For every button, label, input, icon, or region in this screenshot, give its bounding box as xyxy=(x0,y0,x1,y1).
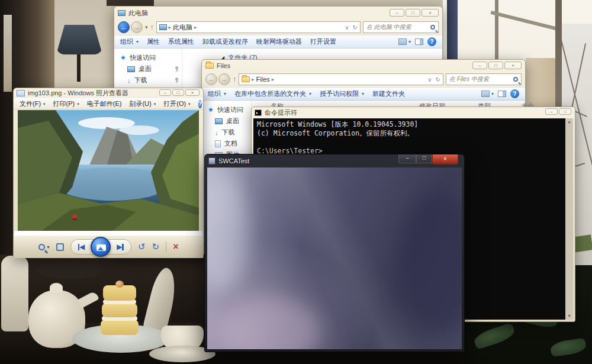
minimize-button[interactable]: – xyxy=(390,9,404,17)
caret-icon: ▾ xyxy=(77,102,79,107)
breadcrumb-arrow-icon: ▸ xyxy=(194,24,197,30)
zoom-icon[interactable] xyxy=(38,244,45,250)
swca-title: SWCATest xyxy=(218,157,249,165)
map-drive-button[interactable]: 映射网络驱动器 xyxy=(256,37,302,46)
back-button[interactable]: ← xyxy=(118,21,130,33)
preview-pane-icon[interactable] xyxy=(498,91,506,97)
breadcrumb-arrow-icon: ▸ xyxy=(169,24,172,30)
help-icon[interactable]: ? xyxy=(427,37,436,46)
up-button[interactable]: ↑ xyxy=(233,75,236,83)
files-titlebar[interactable]: Files – □ × xyxy=(202,60,525,72)
history-dropdown-icon[interactable]: ▾ xyxy=(145,24,148,30)
help-icon[interactable]: ? xyxy=(198,100,202,108)
photo-viewer-toolbar: ▾ ◀ ▶ ↺ ↻ × xyxy=(14,235,203,258)
close-button[interactable]: × xyxy=(422,9,439,17)
back-button[interactable]: ← xyxy=(205,73,217,85)
maximize-button[interactable]: □ xyxy=(406,9,420,17)
address-dropdown-icon[interactable]: ∨ xyxy=(427,76,432,83)
organize-menu[interactable]: 组织 xyxy=(208,89,221,98)
sidebar-label: 文档 xyxy=(224,139,237,148)
actual-size-icon[interactable] xyxy=(56,243,64,251)
view-mode-icon[interactable] xyxy=(481,91,490,97)
rotate-left-button[interactable]: ↺ xyxy=(138,241,146,252)
breadcrumb[interactable]: Files xyxy=(256,76,270,83)
cmd-icon xyxy=(255,109,262,116)
delete-button[interactable]: × xyxy=(173,241,178,252)
search-input[interactable]: 在 Files 中搜索 xyxy=(446,73,522,85)
system-properties-button[interactable]: 系统属性 xyxy=(168,37,194,46)
slideshow-button[interactable] xyxy=(91,237,111,257)
up-button[interactable]: ↑ xyxy=(150,23,154,31)
refresh-icon[interactable]: ↻ xyxy=(353,24,358,31)
minimize-button[interactable]: – xyxy=(159,89,171,96)
sidebar-label: 桌面 xyxy=(139,65,152,73)
maximize-button[interactable]: □ xyxy=(416,154,432,163)
new-folder-button[interactable]: 新建文件夹 xyxy=(372,89,405,98)
cmd-titlebar[interactable]: 命令提示符 – □ xyxy=(252,107,575,118)
address-bar[interactable]: ▸ Files ▸ ∨ ↻ xyxy=(239,73,443,85)
scroll-up-icon[interactable]: ▲ xyxy=(567,118,571,125)
zoom-caret-icon[interactable]: ▾ xyxy=(47,244,50,250)
minimize-button[interactable]: – xyxy=(398,154,416,163)
search-input[interactable]: 在 此电脑 中搜索 xyxy=(363,21,439,33)
sidebar-item-downloads[interactable]: ↓ 下载 xyxy=(114,75,182,86)
previous-button[interactable]: ◀ xyxy=(78,243,85,251)
documents-icon xyxy=(215,140,221,147)
maximize-button[interactable]: □ xyxy=(172,89,184,96)
menu-burn[interactable]: 刻录(U)▾ xyxy=(129,99,156,108)
teapot-lid xyxy=(50,283,63,292)
sidebar-item-desktop[interactable]: 桌面 xyxy=(114,63,182,75)
downloads-icon: ↓ xyxy=(127,77,131,84)
maximize-button[interactable]: □ xyxy=(488,62,503,69)
sidebar-item-quick-access[interactable]: ★ 快速访问 xyxy=(114,52,182,63)
quick-access-icon: ★ xyxy=(120,54,126,62)
desktop-icon xyxy=(127,66,135,72)
view-caret-icon[interactable]: ▾ xyxy=(491,91,494,96)
next-button[interactable]: ▶ xyxy=(117,243,124,251)
scrollbar[interactable]: ▲ ▼ xyxy=(565,118,573,320)
include-in-library-menu[interactable]: 在库中包含所选的文件夹 xyxy=(234,89,306,98)
background-left-light xyxy=(4,15,12,92)
sidebar-item-desktop[interactable]: 桌面 xyxy=(202,115,251,127)
minimize-button[interactable]: – xyxy=(472,62,487,69)
open-settings-button[interactable]: 打开设置 xyxy=(310,37,336,46)
breadcrumb[interactable]: 此电脑 xyxy=(173,23,192,32)
help-icon[interactable]: ? xyxy=(510,89,519,98)
close-button[interactable]: × xyxy=(185,89,200,96)
refresh-icon[interactable]: ↻ xyxy=(436,76,440,83)
menu-print[interactable]: 打印(P)▾ xyxy=(53,99,79,108)
view-mode-icon[interactable] xyxy=(398,38,407,45)
menu-open[interactable]: 打开(O)▾ xyxy=(163,99,190,108)
cake-layer xyxy=(101,320,139,335)
address-dropdown-icon[interactable]: ∨ xyxy=(345,24,349,31)
forward-button[interactable]: → xyxy=(131,21,143,33)
preview-pane-icon[interactable] xyxy=(415,38,423,45)
maximize-button[interactable]: □ xyxy=(559,108,571,115)
minimize-button[interactable]: – xyxy=(545,108,558,115)
forward-button[interactable]: → xyxy=(218,73,230,85)
menu-file[interactable]: 文件(F)▾ xyxy=(20,99,46,108)
sidebar-item-quick-access[interactable]: ★ 快速访问 xyxy=(202,104,251,115)
give-access-menu[interactable]: 授予访问权限 xyxy=(320,89,359,98)
address-bar[interactable]: ▸ 此电脑 ▸ ∨ ↻ xyxy=(156,21,361,33)
this-pc-toolbar: 组织 ▾ 属性 系统属性 卸载或更改程序 映射网络驱动器 打开设置 ▾ ? xyxy=(114,35,442,49)
toolbar-divider xyxy=(166,241,166,252)
close-button[interactable]: × xyxy=(432,154,458,165)
sidebar-item-downloads[interactable]: ↓ 下载 xyxy=(202,127,251,138)
close-button[interactable]: × xyxy=(504,62,522,69)
this-pc-title: 此电脑 xyxy=(128,9,148,18)
sidebar-label: 快速访问 xyxy=(130,53,156,62)
menu-email[interactable]: 电子邮件(E) xyxy=(87,99,122,108)
photo-viewer-titlebar[interactable]: img103.png - Windows 照片查看器 – □ × xyxy=(14,88,203,98)
scroll-down-icon[interactable]: ▼ xyxy=(567,313,571,320)
organize-menu[interactable]: 组织 xyxy=(120,37,133,46)
photo-viewer-menubar: 文件(F)▾ 打印(P)▾ 电子邮件(E) 刻录(U)▾ 打开(O)▾ ? xyxy=(14,98,203,109)
desktop: 此电脑 – □ × ← → ▾ ↑ ▸ 此电脑 ▸ ∨ ↻ xyxy=(0,0,592,364)
properties-button[interactable]: 属性 xyxy=(147,37,160,46)
files-title: Files xyxy=(217,62,230,69)
view-caret-icon[interactable]: ▾ xyxy=(408,39,411,44)
sidebar-item-documents[interactable]: 文档 xyxy=(202,138,251,149)
this-pc-titlebar[interactable]: 此电脑 – □ × xyxy=(114,7,442,20)
uninstall-button[interactable]: 卸载或更改程序 xyxy=(202,37,248,46)
rotate-right-button[interactable]: ↻ xyxy=(152,241,160,252)
